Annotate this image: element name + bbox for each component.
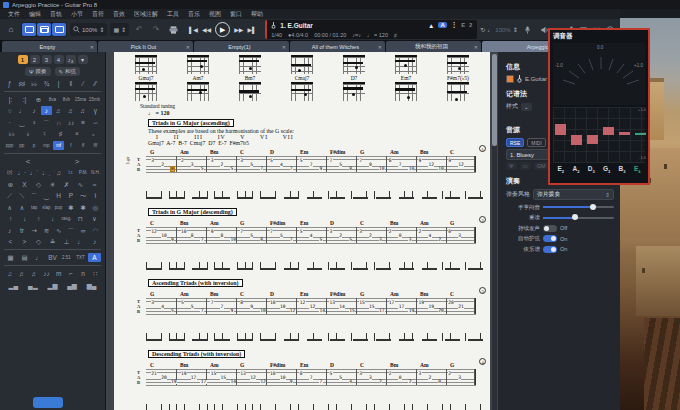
fret-number[interactable]: 15: [349, 309, 355, 313]
dots-ties-tuplets-tool[interactable]: ⌒: [41, 118, 52, 127]
grace-trill-arp-tool[interactable]: ≋: [41, 226, 52, 235]
articulations-tool[interactable]: ♩ˌ: [41, 168, 52, 177]
scrollbar-thumb[interactable]: [492, 54, 497, 146]
fret-number[interactable]: 7: [309, 163, 312, 167]
text-tools-tool[interactable]: ▤: [18, 253, 31, 262]
fret-number[interactable]: 21: [151, 372, 157, 376]
play-style-dropdown[interactable]: 弹片拨奏 ⇕: [533, 189, 614, 200]
dynamics-tool[interactable]: fff: [90, 141, 101, 150]
chord-diagram-grid[interactable]: [395, 55, 417, 74]
fret-number[interactable]: 19: [418, 301, 424, 305]
sound-slot-icon[interactable]: GM: [534, 162, 549, 170]
tap-slap-pop-tool[interactable]: ✱: [65, 203, 76, 212]
fret-number[interactable]: 10: [438, 167, 444, 171]
fret-number[interactable]: 2: [339, 234, 342, 238]
fret-number[interactable]: 8: [389, 159, 392, 163]
text-tools-tool[interactable]: BV: [46, 253, 59, 262]
fret-number[interactable]: 2: [181, 159, 184, 163]
tuner-string-D3[interactable]: D3: [584, 165, 599, 174]
beam-grouping-tool[interactable]: ♬: [29, 269, 40, 278]
tab-close-icon[interactable]: ✕: [186, 44, 190, 50]
dynamics-tool[interactable]: ppp: [4, 141, 15, 150]
bends-slides-tool[interactable]: ⌇: [90, 191, 101, 200]
fret-number[interactable]: 3: [151, 159, 154, 163]
fret-number[interactable]: 7: [200, 309, 203, 313]
grace-trill-arp-tool[interactable]: ♪: [4, 226, 15, 235]
durations-tool[interactable]: ♬: [53, 106, 64, 115]
fret-number[interactable]: 4: [349, 380, 352, 384]
fret-number[interactable]: 0: [448, 230, 451, 234]
parchment-view-button[interactable]: [37, 23, 51, 36]
bends-slides-tool[interactable]: P: [65, 191, 76, 200]
fret-number[interactable]: 3: [359, 230, 362, 234]
chord-diagram-grid[interactable]: [447, 82, 469, 101]
menu-item[interactable]: 文件: [4, 10, 24, 19]
dynamics-tool[interactable]: mf: [53, 141, 64, 150]
fret-number[interactable]: 5: [339, 163, 342, 167]
sound-slot-icon[interactable]: ▭: [520, 162, 531, 170]
fret-number[interactable]: 13: [240, 372, 246, 376]
menu-item[interactable]: 区域注解: [130, 10, 162, 19]
tab-close-icon[interactable]: ✕: [378, 44, 382, 50]
fret-number[interactable]: 7: [240, 230, 243, 234]
fret-number[interactable]: 2: [438, 238, 441, 242]
fret-number[interactable]: 9: [319, 167, 322, 171]
chord-diagram-grid[interactable]: [343, 82, 365, 101]
fret-number[interactable]: 10: [181, 230, 187, 234]
repeats-octaves-tool[interactable]: 15mb: [88, 95, 101, 104]
fret-number[interactable]: 3: [408, 238, 411, 242]
fret-number[interactable]: 10: [270, 301, 276, 305]
document-tab[interactable]: Empty(1)✕: [194, 41, 289, 52]
accidentals-tool[interactable]: ×: [69, 129, 84, 138]
fret-number[interactable]: 7: [309, 376, 312, 380]
fret-number[interactable]: 3: [359, 372, 362, 376]
slider-重读[interactable]: [543, 217, 614, 219]
metronome-icon[interactable]: ▲: [428, 22, 434, 29]
voice-dropdown[interactable]: ▾: [78, 55, 88, 64]
tuner-string-G3[interactable]: G3: [599, 165, 614, 174]
text-tools-tool[interactable]: TXT: [74, 253, 87, 262]
accidentals-tool[interactable]: ♯: [53, 129, 68, 138]
fret-number[interactable]: 5: [299, 230, 302, 234]
chord-diagram-grid[interactable]: [291, 82, 313, 101]
strokes-fingers-tool[interactable]: ⊓: [74, 214, 87, 223]
forward-button[interactable]: ▶▶: [234, 26, 243, 33]
fret-number[interactable]: 3: [458, 376, 461, 380]
fret-number[interactable]: 12: [250, 376, 256, 380]
skip-end-button[interactable]: ▶▌: [247, 26, 256, 33]
fret-number[interactable]: 15: [220, 376, 226, 380]
grace-trill-arp-tool[interactable]: ⇝: [29, 226, 40, 235]
fret-number[interactable]: 17: [379, 309, 385, 313]
fret-number[interactable]: 5: [181, 301, 184, 305]
durations-tool[interactable]: ○: [4, 106, 15, 115]
fret-number[interactable]: 5: [200, 167, 203, 171]
hairpins-tool[interactable]: >: [53, 157, 101, 166]
toggle-switch[interactable]: [543, 225, 557, 232]
articulations-tool[interactable]: ♩·: [16, 168, 27, 177]
fret-number[interactable]: 7: [200, 238, 203, 242]
repeats-octaves-tool[interactable]: ⊕: [32, 95, 45, 104]
menu-item[interactable]: 小节: [67, 10, 87, 19]
accents-fermata-tool[interactable]: ♩: [74, 237, 87, 246]
text-tools-tool[interactable]: ▦: [4, 253, 17, 262]
fret-number[interactable]: 14: [339, 305, 345, 309]
fret-number[interactable]: 7: [290, 167, 293, 171]
fret-number[interactable]: 19: [408, 309, 414, 313]
fret-number[interactable]: 2: [389, 372, 392, 376]
repeats-octaves-tool[interactable]: 15ma: [74, 95, 87, 104]
slider-knob[interactable]: [590, 204, 596, 210]
dead-harmonics-tool[interactable]: X: [18, 180, 31, 189]
grace-trill-arp-tool[interactable]: tr: [16, 226, 27, 235]
repeats-octaves-tool[interactable]: 8vb: [60, 95, 73, 104]
accents-fermata-tool[interactable]: ≗: [46, 237, 59, 246]
fret-number[interactable]: 3: [458, 234, 461, 238]
dynamics-tool[interactable]: p: [29, 141, 40, 150]
accents-fermata-tool[interactable]: >: [18, 237, 31, 246]
fret-number[interactable]: 8: [240, 301, 243, 305]
clefs-signatures-tool[interactable]: ♭♭: [29, 79, 40, 88]
repeats-octaves-tool[interactable]: |:: [4, 95, 17, 104]
score-scroll-area[interactable]: Gmaj7Am7Bm7Cmaj7D7Em7F#m7(♭5) Standard t…: [106, 52, 498, 410]
tap-slap-pop-tool[interactable]: slap: [41, 203, 52, 212]
articulations-tool[interactable]: (♯): [4, 168, 15, 177]
strum-patterns-tool[interactable]: ▄▆: [63, 281, 82, 290]
